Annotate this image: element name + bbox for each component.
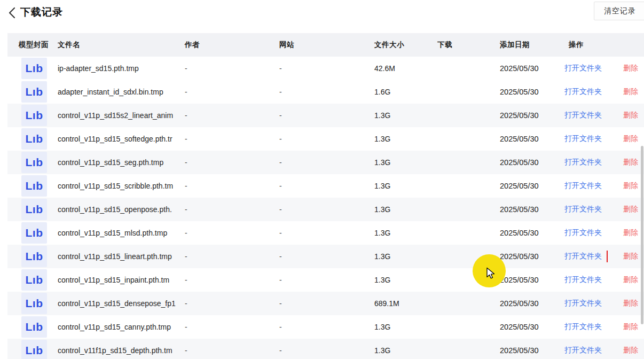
- file-name: control_v11p_sd15_canny.pth.tmp: [58, 323, 182, 331]
- file-size-value: 1.3G: [371, 182, 434, 190]
- date-added-value: 2025/05/30: [497, 299, 561, 308]
- clear-records-button[interactable]: 清空记录: [594, 2, 644, 20]
- delete-link[interactable]: 删除: [623, 64, 638, 73]
- file-name: control_v11p_sd15_densepose_fp1: [58, 299, 182, 308]
- open-folder-link[interactable]: 打开文件夹: [561, 180, 608, 192]
- open-folder-link[interactable]: 打开文件夹: [561, 321, 608, 333]
- table-row: Lıb control_v11p_sd15_inpaint.pth.tm - -…: [7, 268, 644, 292]
- date-added-value: 2025/05/30: [497, 323, 561, 331]
- open-folder-link[interactable]: 打开文件夹: [561, 63, 608, 74]
- delete-link[interactable]: 删除: [623, 181, 638, 191]
- date-added-value: 2025/05/30: [497, 88, 561, 96]
- open-folder-link[interactable]: 打开文件夹: [561, 110, 608, 121]
- table-row: Lıb control_v11p_sd15_scribble.pth.tm - …: [7, 174, 644, 198]
- file-name: control_v11p_sd15_openpose.pth.: [58, 205, 182, 214]
- table-row: Lıb control_v11p_sd15_lineart.pth.tmp - …: [7, 245, 644, 268]
- model-cover-badge: Lıb: [21, 175, 47, 197]
- date-added-value: 2025/05/30: [497, 111, 561, 120]
- date-added-value: 2025/05/30: [497, 135, 561, 143]
- open-folder-link[interactable]: 打开文件夹: [561, 298, 608, 309]
- file-name: ip-adapter_sd15.pth.tmp: [58, 64, 182, 73]
- delete-link[interactable]: 删除: [623, 322, 638, 332]
- file-size-value: 1.3G: [371, 111, 434, 120]
- file-name: control_v11p_sd15s2_lineart_anim: [58, 111, 182, 120]
- back-icon[interactable]: [7, 6, 17, 19]
- website-value: -: [276, 299, 371, 308]
- table-row: Lıb control_v11p_sd15_softedge.pth.tr - …: [7, 127, 644, 151]
- delete-link[interactable]: 删除: [623, 346, 638, 355]
- table-row: Lıb control_v11p_sd15_mlsd.pth.tmp - - 1…: [7, 221, 644, 245]
- delete-link[interactable]: 删除: [623, 158, 638, 167]
- author-value: -: [182, 323, 276, 331]
- file-name: control_v11p_sd15_softedge.pth.tr: [58, 135, 182, 143]
- download-records-table: 模型封面 文件名 作者 网站 文件大小 下载 添加日期 操作 Lıb ip-ad…: [7, 33, 644, 359]
- delete-link[interactable]: 删除: [623, 205, 638, 214]
- column-header-author: 作者: [182, 40, 276, 50]
- date-added-value: 2025/05/30: [497, 182, 561, 190]
- delete-link[interactable]: 删除: [623, 252, 638, 261]
- website-value: -: [276, 205, 371, 214]
- file-size-value: 1.3G: [371, 158, 434, 167]
- author-value: -: [182, 158, 276, 167]
- file-name: control_v11p_sd15_scribble.pth.tm: [58, 182, 182, 190]
- open-folder-link[interactable]: 打开文件夹: [561, 157, 608, 168]
- author-value: -: [182, 205, 276, 214]
- model-cover-badge: Lıb: [21, 340, 47, 359]
- model-cover-badge: Lıb: [21, 246, 47, 267]
- file-name: control_v11p_sd15_mlsd.pth.tmp: [58, 229, 182, 237]
- date-added-value: 2025/05/30: [497, 205, 561, 214]
- model-cover-badge: Lıb: [21, 222, 47, 244]
- open-folder-link[interactable]: 打开文件夹: [561, 274, 608, 286]
- open-folder-link[interactable]: 打开文件夹: [561, 251, 608, 262]
- delete-link[interactable]: 删除: [623, 134, 638, 144]
- delete-link[interactable]: 删除: [623, 87, 638, 97]
- model-cover-badge: Lıb: [21, 105, 47, 126]
- open-folder-link[interactable]: 打开文件夹: [561, 133, 608, 145]
- model-cover-badge: Lıb: [21, 128, 47, 150]
- model-cover-badge: Lıb: [21, 269, 47, 291]
- file-size-value: 1.6G: [371, 88, 434, 96]
- model-cover-badge: Lıb: [21, 293, 47, 314]
- table-row: Lıb control_v11p_sd15_seg.pth.tmp - - 1.…: [7, 151, 644, 174]
- model-cover-badge: Lıb: [21, 58, 47, 79]
- website-value: -: [276, 229, 371, 237]
- column-header-filename: 文件名: [58, 40, 182, 50]
- file-size-value: 1.3G: [371, 276, 434, 284]
- column-header-cover: 模型封面: [7, 40, 58, 50]
- author-value: -: [182, 229, 276, 237]
- website-value: -: [276, 158, 371, 167]
- open-folder-link[interactable]: 打开文件夹: [561, 86, 608, 98]
- column-header-date-added: 添加日期: [497, 40, 561, 50]
- author-value: -: [182, 64, 276, 73]
- model-cover-badge: Lıb: [21, 152, 47, 173]
- author-value: -: [182, 135, 276, 143]
- open-folder-link[interactable]: 打开文件夹: [561, 345, 608, 356]
- date-added-value: 2025/05/30: [497, 276, 561, 284]
- author-value: -: [182, 88, 276, 96]
- model-cover-badge: Lıb: [21, 199, 47, 220]
- website-value: -: [276, 111, 371, 120]
- file-size-value: 1.3G: [371, 205, 434, 214]
- table-row: Lıb control_v11p_sd15_openpose.pth. - - …: [7, 198, 644, 221]
- website-value: -: [276, 88, 371, 96]
- table-row: Lıb control_v11p_sd15_canny.pth.tmp - - …: [7, 315, 644, 339]
- file-name: control_v11p_sd15_inpaint.pth.tm: [58, 276, 182, 284]
- author-value: -: [182, 276, 276, 284]
- file-name: control_v11p_sd15_seg.pth.tmp: [58, 158, 182, 167]
- delete-link[interactable]: 删除: [623, 299, 638, 308]
- delete-link[interactable]: 删除: [623, 228, 638, 238]
- author-value: -: [182, 346, 276, 355]
- file-name: adapter_instant_id_sdxl.bin.tmp: [58, 88, 182, 96]
- open-folder-link[interactable]: 打开文件夹: [561, 204, 608, 215]
- open-folder-link[interactable]: 打开文件夹: [561, 227, 608, 239]
- delete-link[interactable]: 删除: [623, 111, 638, 120]
- file-size-value: 1.3G: [371, 323, 434, 331]
- file-size-value: 1.3G: [371, 346, 434, 355]
- top-bar: 下载记录 清空记录: [0, 0, 644, 33]
- file-size-value: 1.3G: [371, 252, 434, 261]
- vertical-scrollbar-thumb[interactable]: [641, 146, 643, 324]
- website-value: -: [276, 64, 371, 73]
- delete-link[interactable]: 删除: [623, 275, 638, 285]
- table-header-row: 模型封面 文件名 作者 网站 文件大小 下载 添加日期 操作: [7, 33, 644, 57]
- website-value: -: [276, 182, 371, 190]
